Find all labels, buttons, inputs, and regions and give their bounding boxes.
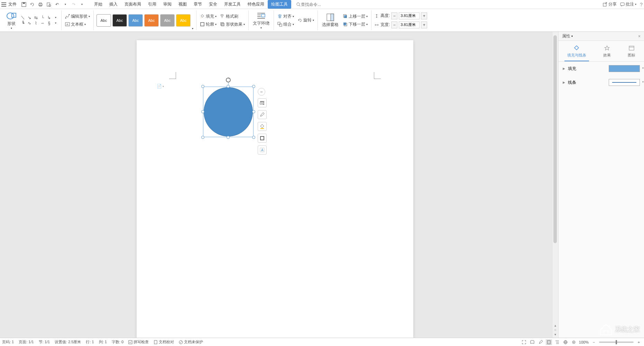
edit-shape-button[interactable]: 编辑形状▾	[64, 13, 91, 20]
handle-mr[interactable]	[252, 110, 255, 113]
scroll-thumb[interactable]	[553, 35, 557, 243]
edit-view-icon[interactable]	[537, 339, 544, 345]
tab-insert[interactable]: 插入	[106, 0, 121, 9]
sb-pageno[interactable]: 页码: 1	[2, 339, 14, 345]
line-icon[interactable]: ＼	[20, 15, 26, 20]
float-collapse-icon[interactable]: −	[258, 88, 265, 96]
prev-page-icon[interactable]: ▴	[554, 323, 556, 327]
curve2-icon[interactable]: ⌇	[33, 21, 39, 26]
circle-shape[interactable]	[204, 87, 253, 136]
handle-bl[interactable]	[201, 136, 204, 139]
style-6[interactable]: Abc	[176, 14, 191, 27]
fill-button[interactable]: 填充▾	[199, 13, 217, 20]
goto-icon[interactable]: ○	[554, 328, 556, 332]
zoom-out-icon[interactable]: −	[591, 339, 597, 345]
handle-tr[interactable]	[252, 85, 255, 88]
format-painter-button[interactable]: 格式刷	[219, 13, 246, 20]
handle-tl[interactable]	[201, 85, 204, 88]
curve-icon[interactable]: ∿	[27, 21, 32, 26]
height-input[interactable]	[399, 12, 420, 19]
more-shapes-icon[interactable]: ▾	[53, 15, 58, 20]
file-menu[interactable]: 文件	[8, 1, 17, 7]
float-edit-icon[interactable]	[258, 110, 267, 119]
float-fill-icon[interactable]	[258, 122, 267, 131]
style-2[interactable]: Abc	[112, 14, 127, 27]
annotate-button[interactable]: 批注▾	[620, 1, 636, 7]
float-layout-icon[interactable]	[258, 98, 267, 107]
align-button[interactable]: 对齐▾	[277, 13, 295, 20]
handle-br[interactable]	[252, 136, 255, 139]
outline-button[interactable]: 轮廓▾	[199, 21, 217, 28]
undo-redo-icon[interactable]	[29, 1, 35, 8]
undo-dropdown-icon[interactable]: ▾	[62, 1, 68, 8]
width-inc[interactable]: +	[421, 21, 427, 28]
command-search[interactable]	[296, 2, 335, 7]
print-layout-icon[interactable]	[546, 339, 552, 345]
tab-drawing[interactable]: 绘图工具	[268, 0, 291, 9]
search-input[interactable]	[301, 2, 335, 7]
sb-spell[interactable]: 拼写检查	[128, 339, 149, 345]
style-3[interactable]: Abc	[128, 14, 143, 27]
elbow-icon[interactable]: └	[40, 15, 45, 20]
sb-protect[interactable]: 文档未保护	[179, 339, 203, 345]
zoom-label[interactable]: 100%	[579, 340, 589, 344]
undo-icon[interactable]: ↶	[54, 1, 60, 8]
text-wrap-button[interactable]: 文字环绕▾	[251, 11, 271, 30]
page[interactable]: 📄 − A	[137, 40, 413, 338]
handle-bc[interactable]	[227, 136, 230, 139]
width-input[interactable]	[399, 21, 420, 28]
zoom-slider[interactable]	[599, 341, 634, 343]
shape-insert-button[interactable]: 形状▾	[5, 10, 18, 30]
props-tab-effects[interactable]: 效果	[600, 44, 614, 61]
handle-ml[interactable]	[201, 110, 204, 113]
share-button[interactable]: 分享	[603, 1, 617, 7]
elbow2-icon[interactable]: ┗	[20, 21, 26, 26]
props-close-icon[interactable]: ×	[638, 34, 641, 39]
handle-tc[interactable]	[227, 85, 230, 88]
props-fill-section[interactable]: ▶ 填充	[559, 62, 644, 76]
rotate-button[interactable]: 旋转▾	[297, 17, 315, 24]
fill-color-swatch[interactable]	[609, 65, 640, 72]
scribble-icon[interactable]: §	[46, 21, 52, 26]
focus-view-icon[interactable]	[571, 339, 577, 345]
tab-chapter[interactable]: 章节	[190, 0, 205, 9]
tab-special[interactable]: 特色应用	[244, 0, 268, 9]
style-4[interactable]: Abc	[144, 14, 159, 27]
zoom-in-icon[interactable]: +	[636, 339, 642, 345]
sb-page[interactable]: 页面: 1/1	[19, 339, 34, 345]
selection-pane-button[interactable]: 选择窗格	[321, 12, 340, 28]
elbow-arrow-icon[interactable]: ↳	[46, 15, 52, 20]
tab-view[interactable]: 视图	[175, 0, 190, 9]
sb-setval[interactable]: 设置值: 2.5厘米	[55, 339, 81, 345]
redo-icon[interactable]: ↷	[71, 1, 77, 8]
arrow-icon[interactable]: ↘	[27, 15, 32, 20]
style-1[interactable]: Abc	[96, 14, 111, 27]
document-area[interactable]: 📄 − A	[0, 32, 552, 338]
next-page-icon[interactable]: ▾	[554, 332, 556, 336]
bring-forward-button[interactable]: 上移一层▾	[342, 13, 368, 20]
props-tab-fill[interactable]: 填充与线条	[564, 44, 589, 61]
sb-section[interactable]: 节: 1/1	[39, 339, 50, 345]
fullscreen-icon[interactable]	[521, 339, 527, 345]
float-text-icon[interactable]: A	[258, 145, 267, 154]
sb-col[interactable]: 列: 1	[99, 339, 107, 345]
print-preview-icon[interactable]	[46, 1, 52, 8]
tab-review[interactable]: 审阅	[160, 0, 175, 9]
height-dec[interactable]: −	[391, 12, 397, 19]
rotation-handle[interactable]	[226, 78, 231, 82]
save-icon[interactable]	[21, 1, 27, 8]
more-shapes2-icon[interactable]: ▾	[53, 21, 58, 26]
line-style-swatch[interactable]	[609, 79, 640, 86]
outline-view-icon[interactable]	[554, 339, 560, 345]
zoom-thumb[interactable]	[616, 340, 617, 344]
width-dec[interactable]: −	[391, 21, 397, 28]
text-box-button[interactable]: A文本框▾	[64, 21, 91, 28]
sb-row[interactable]: 行: 1	[86, 339, 94, 345]
send-backward-button[interactable]: 下移一层▾	[342, 21, 368, 28]
shape-effects-button[interactable]: 形状效果▾	[219, 21, 246, 28]
style-5[interactable]: Abc	[160, 14, 175, 27]
group-button[interactable]: 组合▾	[277, 21, 295, 28]
float-outline-icon[interactable]	[258, 134, 267, 143]
props-line-section[interactable]: ▶ 线条	[559, 76, 644, 89]
vertical-scrollbar[interactable]: ▴ ○ ▾	[552, 32, 558, 338]
